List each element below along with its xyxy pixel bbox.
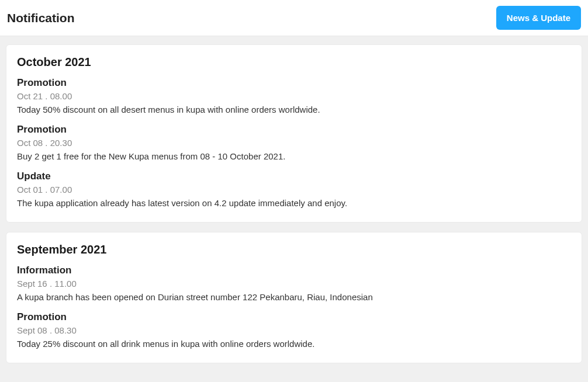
news-update-button[interactable]: News & Update bbox=[496, 6, 581, 30]
notification-item: Promotion Oct 08 . 20.30 Buy 2 get 1 fre… bbox=[17, 124, 571, 162]
group-title: October 2021 bbox=[17, 55, 571, 69]
notification-group-october: October 2021 Promotion Oct 21 . 08.00 To… bbox=[6, 44, 582, 223]
notification-item: Promotion Sept 08 . 08.30 Today 25% disc… bbox=[17, 311, 571, 350]
notification-item: Update Oct 01 . 07.00 The kupa applicati… bbox=[17, 171, 571, 209]
page-header: Notification News & Update bbox=[0, 0, 588, 36]
notification-date: Sept 16 . 11.00 bbox=[17, 279, 571, 289]
notification-title: Promotion bbox=[17, 77, 571, 89]
notification-date: Oct 21 . 08.00 bbox=[17, 91, 571, 101]
notification-body: Buy 2 get 1 free for the New Kupa menus … bbox=[17, 150, 571, 162]
notification-date: Oct 08 . 20.30 bbox=[17, 138, 571, 148]
notification-title: Promotion bbox=[17, 124, 571, 136]
notification-body: Today 25% discount on all drink menus in… bbox=[17, 338, 571, 350]
notification-group-september: September 2021 Information Sept 16 . 11.… bbox=[6, 232, 582, 363]
notification-title: Promotion bbox=[17, 311, 571, 323]
notification-body: The kupa application already has latest … bbox=[17, 197, 571, 209]
notification-item: Promotion Oct 21 . 08.00 Today 50% disco… bbox=[17, 77, 571, 116]
notification-body: Today 50% discount on all desert menus i… bbox=[17, 103, 571, 116]
content-area: October 2021 Promotion Oct 21 . 08.00 To… bbox=[0, 36, 588, 378]
notification-title: Update bbox=[17, 171, 571, 182]
notification-date: Oct 01 . 07.00 bbox=[17, 185, 571, 195]
page-title: Notification bbox=[7, 11, 75, 25]
notification-date: Sept 08 . 08.30 bbox=[17, 325, 571, 335]
notification-body: A kupa branch has been opened on Durian … bbox=[17, 291, 571, 303]
notification-item: Information Sept 16 . 11.00 A kupa branc… bbox=[17, 265, 571, 303]
notification-title: Information bbox=[17, 265, 571, 276]
group-title: September 2021 bbox=[17, 243, 571, 256]
